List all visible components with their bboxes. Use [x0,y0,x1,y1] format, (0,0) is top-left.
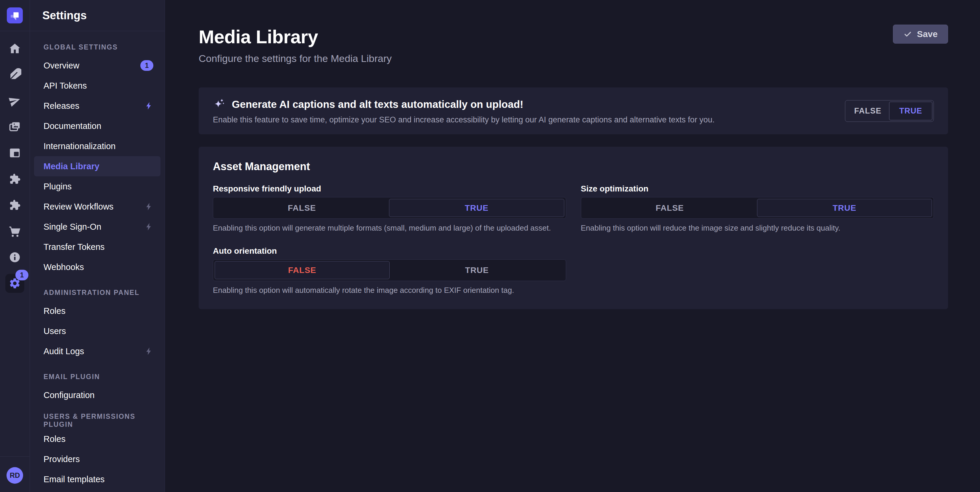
size-optimization-toggle-true[interactable]: TRUE [757,199,932,217]
field-size-optimization: Size optimizationFALSETRUEEnabling this … [581,184,934,233]
responsive-friendly-upload-toggle: FALSETRUE [213,197,566,219]
rail-icon-feather[interactable] [8,68,22,81]
sidebar-item-roles[interactable]: Roles [34,301,161,321]
page-subtitle: Configure the settings for the Media Lib… [199,53,948,64]
ai-caption-toggle-false[interactable]: FALSE [846,102,889,120]
rail-icon-media[interactable] [8,120,22,134]
ai-caption-banner: Generate AI captions and alt texts autom… [199,88,948,134]
settings-sidebar: Settings GLOBAL SETTINGSOverview1API Tok… [30,0,165,492]
rail-icon-home[interactable] [8,42,22,56]
responsive-friendly-upload-toggle-true[interactable]: TRUE [389,199,564,217]
sidebar-item-transfer-tokens[interactable]: Transfer Tokens [34,237,161,257]
sidebar-item-plugins[interactable]: Plugins [34,176,161,196]
card-title: Asset Management [213,160,934,173]
field-responsive-friendly-upload: Responsive friendly uploadFALSETRUEEnabl… [213,184,566,233]
rail-icon-info[interactable] [8,251,22,264]
sidebar-item-media-library[interactable]: Media Library [34,156,161,176]
sidebar-item-label: Documentation [43,121,101,131]
card-fields-grid: Responsive friendly uploadFALSETRUEEnabl… [213,184,934,295]
sidebar-item-label: Audit Logs [43,347,84,356]
field-hint: Enabling this option will automatically … [213,286,566,295]
sidebar-section: EMAIL PLUGINConfiguration [30,368,165,405]
rail-icon-list [8,31,22,264]
sidebar-item-label: Configuration [43,390,95,400]
lightning-bolt-icon [145,222,153,231]
sidebar-item-label: Users [43,326,66,336]
sidebar-section-header: EMAIL PLUGIN [30,368,165,385]
ai-caption-toggle-true[interactable]: TRUE [889,102,932,120]
sidebar-item-label: Plugins [43,182,72,192]
rail-icon-settings[interactable]: 1 [5,274,24,293]
sidebar-item-single-sign-on[interactable]: Single Sign-On [34,217,161,237]
rail-icon-layout[interactable] [8,146,22,160]
banner-title: Generate AI captions and alt texts autom… [232,98,523,110]
sparkles-icon [213,97,226,111]
size-optimization-toggle-false[interactable]: FALSE [583,199,757,217]
sidebar-item-roles[interactable]: Roles [34,429,161,449]
size-optimization-toggle: FALSETRUE [581,197,934,219]
ai-caption-toggle: FALSE TRUE [845,100,934,122]
puzzle-icon [8,173,21,185]
app-root: 1 RD Settings GLOBAL SETTINGSOverview1AP… [0,0,980,492]
auto-orientation-toggle-true[interactable]: TRUE [390,261,564,279]
home-icon [8,42,21,55]
sidebar-item-label: Roles [43,306,65,316]
sidebar-item-internationalization[interactable]: Internationalization [34,136,161,156]
info-icon [8,251,21,264]
field-hint: Enabling this option will generate multi… [213,224,566,233]
field-auto-orientation: Auto orientationFALSETRUEEnabling this o… [213,246,566,295]
sidebar-item-label: Roles [43,434,65,444]
auto-orientation-toggle-false[interactable]: FALSE [215,261,390,279]
lightning-bolt-icon [145,202,153,211]
sidebar-section-header: USERS & PERMISSIONS PLUGIN [30,412,165,429]
main-nav-rail: 1 RD [0,0,30,492]
field-label: Size optimization [581,184,934,193]
paper-plane-icon [8,94,21,107]
sidebar-item-label: Releases [43,101,80,111]
sidebar-item-providers[interactable]: Providers [34,449,161,469]
field-hint: Enabling this option will reduce the ima… [581,224,934,233]
sidebar-section-header: ADMINISTRATION PANEL [30,284,165,301]
cart-icon [8,225,21,238]
sidebar-item-webhooks[interactable]: Webhooks [34,257,161,277]
media-icon [8,120,21,133]
feather-icon [8,68,21,81]
rail-icon-puzzle-2[interactable] [8,198,22,212]
auto-orientation-toggle: FALSETRUE [213,259,566,281]
sidebar-item-configuration[interactable]: Configuration [34,385,161,405]
field-label: Responsive friendly upload [213,184,566,193]
sidebar-item-users[interactable]: Users [34,321,161,341]
responsive-friendly-upload-toggle-false[interactable]: FALSE [215,199,389,217]
strapi-logo[interactable] [7,7,23,23]
sidebar-section: USERS & PERMISSIONS PLUGINRolesProviders… [30,412,165,489]
sidebar-item-overview[interactable]: Overview1 [34,56,161,75]
sidebar-sections: GLOBAL SETTINGSOverview1API TokensReleas… [30,31,165,489]
sidebar-item-api-tokens[interactable]: API Tokens [34,75,161,96]
sidebar-item-review-workflows[interactable]: Review Workflows [34,196,161,217]
sidebar-item-releases[interactable]: Releases [34,96,161,116]
check-icon [903,30,912,38]
puzzle-2-icon [8,198,21,212]
sidebar-item-email-templates[interactable]: Email templates [34,469,161,489]
lightning-bolt-icon [145,347,153,356]
asset-management-card: Asset Management Responsive friendly upl… [199,147,948,309]
save-button[interactable]: Save [893,25,948,43]
rail-icon-cart[interactable] [8,224,22,238]
settings-notification-badge: 1 [15,270,29,280]
banner-description: Enable this feature to save time, optimi… [213,115,845,125]
rail-icon-paper-plane[interactable] [8,94,22,108]
sidebar-item-label: Review Workflows [43,202,113,212]
page-title: Media Library [199,26,948,48]
sidebar-item-audit-logs[interactable]: Audit Logs [34,341,161,361]
strapi-logo-icon [7,7,23,23]
sidebar-item-label: Overview [43,61,80,70]
sidebar-item-documentation[interactable]: Documentation [34,116,161,136]
user-avatar[interactable]: RD [6,467,23,484]
field-label: Auto orientation [213,246,566,256]
banner-text-block: Generate AI captions and alt texts autom… [213,97,845,125]
sidebar-item-label: Media Library [43,161,99,171]
rail-icon-puzzle[interactable] [8,172,22,186]
sidebar-section: GLOBAL SETTINGSOverview1API TokensReleas… [30,39,165,277]
sidebar-section-header: GLOBAL SETTINGS [30,39,165,56]
lightning-bolt-icon [145,101,153,110]
